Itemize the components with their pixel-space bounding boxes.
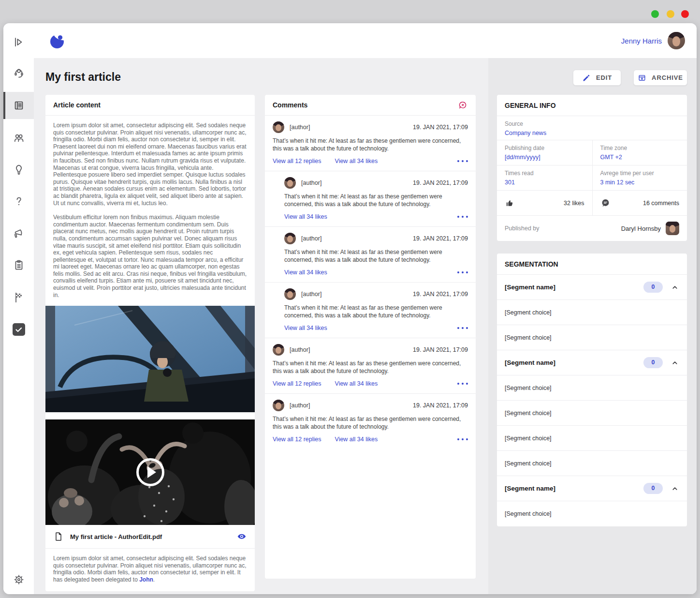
- comment-text: That’s when it hit me: At least as far a…: [284, 249, 468, 264]
- question-mark-icon: [13, 195, 25, 208]
- user-avatar: [668, 32, 685, 49]
- segment-name-row[interactable]: [Segment name] 0: [497, 476, 687, 501]
- comment-author: [author]: [301, 235, 321, 242]
- segment-name-row[interactable]: [Segment name] 0: [497, 350, 687, 375]
- segment-choice-row[interactable]: [Segment choice]: [497, 300, 687, 325]
- segment-choice-row[interactable]: [Segment choice]: [497, 426, 687, 451]
- view-likes-link[interactable]: View all 34 likes: [335, 158, 378, 164]
- view-likes-link[interactable]: View all 34 likes: [284, 213, 327, 220]
- sidebar-item-ideas[interactable]: [3, 156, 34, 183]
- segmentation-list: [Segment name] 0 [Segment choice] [Segme…: [497, 275, 687, 526]
- comment-menu-dots[interactable]: [457, 437, 468, 442]
- checkered-flag-icon: [13, 291, 25, 304]
- publishing-date-value[interactable]: [dd/mm/yyyy]: [505, 154, 584, 161]
- edit-button[interactable]: EDIT: [573, 70, 621, 86]
- attachment-row[interactable]: My first article - AuthorEdit.pdf: [45, 525, 255, 549]
- comment-item: [author] 19. JAN 2021, 17:09 That’s when…: [265, 394, 476, 449]
- thumbs-up-icon: [505, 198, 515, 208]
- comment-date: 19. JAN 2021, 17:09: [413, 291, 468, 298]
- segment-name: [Segment name]: [505, 485, 555, 492]
- disable-comments-icon[interactable]: [458, 100, 468, 110]
- view-replies-link[interactable]: View all 12 replies: [273, 380, 321, 387]
- likes-count: 32 likes: [564, 200, 584, 207]
- chevron-up-icon[interactable]: [671, 283, 679, 292]
- segment-count-badge: 0: [643, 357, 663, 368]
- comment-date: 19. JAN 2021, 17:09: [413, 402, 468, 409]
- comment-text: That’s when it hit me: At least as far a…: [284, 193, 468, 208]
- comment-date: 19. JAN 2021, 17:09: [413, 235, 468, 242]
- timezone-value[interactable]: GMT +2: [600, 154, 680, 161]
- sidebar-item-announcements[interactable]: [3, 220, 34, 247]
- segment-choice-row[interactable]: [Segment choice]: [497, 501, 687, 526]
- segment-choice: [Segment choice]: [505, 510, 552, 517]
- comment-menu-dots[interactable]: [457, 270, 468, 275]
- window-minimize-button[interactable]: [651, 10, 659, 18]
- sidebar-item-help[interactable]: [3, 188, 34, 215]
- user-name: Jenny Harris: [621, 37, 662, 45]
- article-paragraph-2: Vestibulum efficitur lorem non finibus m…: [53, 214, 247, 299]
- general-info-card: GENERAL INFO Source Company news Publish…: [497, 95, 687, 241]
- segment-choice: [Segment choice]: [505, 309, 552, 316]
- published-by-name: Daryl Hornsby: [621, 225, 661, 232]
- sidebar-collapse-toggle[interactable]: [3, 29, 34, 56]
- segment-choice-row[interactable]: [Segment choice]: [497, 451, 687, 476]
- general-info-title: GENERAL INFO: [497, 95, 687, 116]
- comment-menu-dots[interactable]: [457, 381, 468, 386]
- sidebar-item-tasks[interactable]: [3, 252, 34, 279]
- main-content: My first article EDIT ARCHIVE Article co…: [34, 58, 697, 594]
- source-value[interactable]: Company news: [505, 130, 679, 136]
- chevron-up-icon[interactable]: [671, 484, 679, 493]
- app-window: Jenny Harris My first article EDIT: [3, 23, 697, 594]
- segment-choice-row[interactable]: [Segment choice]: [497, 325, 687, 350]
- segment-name: [Segment name]: [505, 284, 555, 291]
- clipboard-icon: [13, 259, 25, 271]
- pencil-icon: [582, 74, 591, 82]
- view-replies-link[interactable]: View all 12 replies: [273, 436, 321, 443]
- chevron-up-icon[interactable]: [671, 359, 679, 367]
- times-read-label: Times read: [505, 170, 584, 177]
- comments-panel-title: Comments: [273, 101, 307, 109]
- view-likes-link[interactable]: View all 34 likes: [335, 436, 378, 443]
- comment-author-avatar: [273, 344, 284, 356]
- comment-date: 19. JAN 2021, 17:09: [413, 346, 468, 353]
- view-likes-link[interactable]: View all 34 likes: [284, 269, 327, 276]
- view-replies-link[interactable]: View all 12 replies: [273, 158, 321, 164]
- comment-date: 19. JAN 2021, 17:09: [413, 124, 468, 131]
- comments-panel: Comments [author] 19. JAN 2021, 17:09: [265, 95, 476, 579]
- people-icon: [13, 132, 25, 144]
- sidebar-item-approvals[interactable]: [3, 316, 34, 343]
- view-likes-link[interactable]: View all 34 likes: [335, 380, 378, 387]
- sidebar-item-settings[interactable]: [3, 566, 34, 593]
- preview-eye-icon[interactable]: [236, 531, 247, 542]
- segment-name: [Segment name]: [505, 359, 555, 366]
- window-close-button[interactable]: [681, 10, 689, 18]
- collapse-icon: [13, 36, 25, 48]
- app-logo-icon: [48, 31, 67, 50]
- segment-choice-row[interactable]: [Segment choice]: [497, 401, 687, 426]
- lightbulb-icon: [13, 163, 25, 176]
- comment-menu-dots[interactable]: [457, 159, 468, 164]
- sidebar-item-milestones[interactable]: [3, 284, 34, 311]
- comment-author-avatar: [284, 288, 296, 300]
- archive-button[interactable]: ARCHIVE: [633, 70, 687, 86]
- sidebar-item-support-agent[interactable]: [3, 60, 34, 87]
- segmentation-title: SEGMENTATION: [497, 254, 687, 275]
- comment-author: [author]: [290, 402, 310, 409]
- user-menu[interactable]: Jenny Harris: [621, 32, 685, 49]
- video-play-button[interactable]: [136, 458, 164, 486]
- window-restore-button[interactable]: [667, 10, 674, 18]
- support-agent-icon: [13, 67, 25, 80]
- comment-menu-dots[interactable]: [457, 214, 468, 219]
- footer-mention-link[interactable]: John: [139, 576, 153, 583]
- publishing-date-label: Publishing date: [505, 145, 584, 151]
- segment-name-row[interactable]: [Segment name] 0: [497, 275, 687, 300]
- view-likes-link[interactable]: View all 34 likes: [284, 325, 327, 331]
- sidebar-item-people[interactable]: [3, 124, 34, 151]
- comment-author-avatar: [284, 177, 296, 189]
- sidebar-item-articles[interactable]: [3, 92, 34, 119]
- comments-list: [author] 19. JAN 2021, 17:09 That’s when…: [265, 116, 476, 449]
- comment-author-avatar: [273, 400, 284, 411]
- comment-menu-dots[interactable]: [457, 326, 468, 330]
- comment-bubble-icon: [600, 198, 611, 208]
- segment-choice-row[interactable]: [Segment choice]: [497, 375, 687, 401]
